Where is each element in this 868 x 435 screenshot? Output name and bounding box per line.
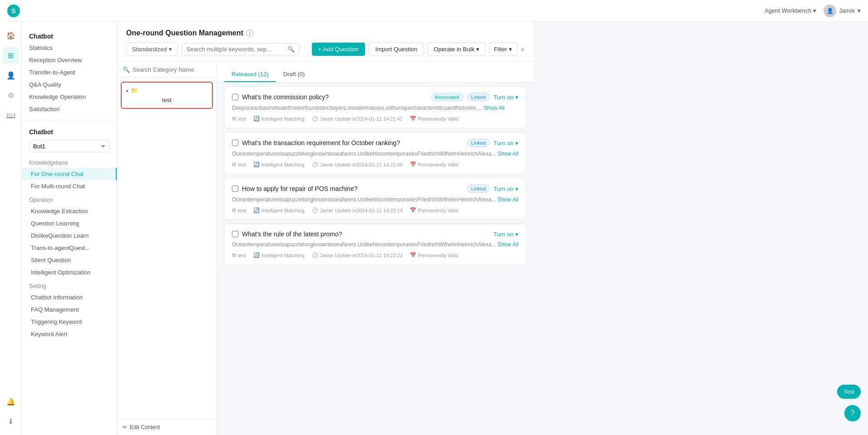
matching-icon: 🔄 bbox=[253, 207, 260, 213]
turn-on-button[interactable]: Turn on ▾ bbox=[493, 186, 518, 192]
turn-on-button[interactable]: Turn on ▾ bbox=[493, 140, 518, 147]
sidebar-item-silent-question[interactable]: Silent Question bbox=[22, 254, 117, 266]
question-card: How to apply for repair of POS machine? … bbox=[224, 178, 526, 220]
sidebar-item-one-round-chat[interactable]: For One-round Chat bbox=[22, 168, 117, 180]
chevron-down-icon: ▾ bbox=[813, 7, 816, 14]
tab-draft[interactable]: Draft (0) bbox=[276, 67, 312, 82]
show-all-link[interactable]: Show All bbox=[498, 151, 518, 157]
sidebar-item-keyword-alert[interactable]: Keyword Alert bbox=[22, 328, 117, 340]
sidebar-icon-user[interactable]: 👤 bbox=[3, 67, 19, 83]
sidebar-item-statistics[interactable]: Statistics bbox=[22, 42, 117, 54]
user-chevron-icon: ▾ bbox=[858, 7, 861, 14]
filter-type-dropdown[interactable]: Standardized ▾ bbox=[126, 43, 178, 56]
topbar: S Agent Workbench ▾ 👤 Jamie ▾ bbox=[0, 0, 868, 22]
user-label: Jamie bbox=[839, 7, 855, 14]
question-body: Oceantemperaturesisapuzzlelongknowntosea… bbox=[232, 196, 518, 203]
question-meta: ⊞ test 🔄 Intelligent Matching 🕐 Jamie Up… bbox=[232, 161, 518, 167]
import-question-button[interactable]: Import Question bbox=[369, 43, 424, 56]
meta-update: 🕐 Jamie Update in2024-01-11 14:22:22 bbox=[312, 252, 403, 258]
question-checkbox[interactable] bbox=[232, 140, 238, 146]
meta-update: 🕐 Jamie Update in2024-01-11 14:22:14 bbox=[312, 207, 403, 213]
category-footer[interactable]: ✏ Edit Content bbox=[117, 419, 217, 435]
sidebar-item-multi-round-chat[interactable]: For Multi-round Chat bbox=[22, 180, 117, 192]
turn-on-button[interactable]: Turn on ▾ bbox=[493, 94, 518, 101]
sidebar-item-faq-management[interactable]: FAQ Management bbox=[22, 303, 117, 316]
show-all-link[interactable]: Show All bbox=[498, 196, 518, 203]
help-button[interactable]: ? bbox=[844, 405, 861, 421]
question-list: What's the commission policy? Associated… bbox=[217, 83, 533, 272]
filter-button[interactable]: Filter ▾ bbox=[489, 43, 517, 56]
show-all-link[interactable]: Show All bbox=[498, 241, 518, 248]
sidebar-icon-bell[interactable]: 🔔 bbox=[3, 393, 19, 410]
avatar: 👤 bbox=[824, 5, 836, 17]
category-item-test[interactable]: ▪ 📁 test bbox=[121, 82, 213, 109]
sidebar-item-triggering-keyword[interactable]: Triggering Keyword bbox=[22, 316, 117, 328]
chevron-down-icon: ▾ bbox=[509, 46, 512, 53]
operation-group-label: Operation bbox=[22, 192, 117, 205]
badge-linked: Linked bbox=[467, 185, 490, 193]
page-title-text: One-round Question Management bbox=[126, 29, 243, 37]
help-icon: ? bbox=[851, 409, 855, 417]
sidebar-icon-home[interactable]: 🏠 bbox=[3, 27, 19, 44]
sidebar-icon-book[interactable]: 📖 bbox=[3, 107, 19, 123]
add-question-button[interactable]: + Add Question bbox=[312, 43, 365, 56]
sidebar-item-question-learning[interactable]: Question Learning bbox=[22, 217, 117, 230]
edit-content-label: Edit Content bbox=[130, 424, 160, 430]
sidebar-item-dislike-question-learn[interactable]: DislikeQuestion Learn bbox=[22, 230, 117, 242]
sidebar-item-reception-overview[interactable]: Reception Overview bbox=[22, 54, 117, 66]
category-icon: ⊞ bbox=[232, 207, 236, 213]
content-body: 🔍 ▪ 📁 test ✏ Edit Content bbox=[117, 62, 533, 435]
turn-on-button[interactable]: Turn on ▾ bbox=[493, 231, 518, 238]
sidebar-item-chatbot-info[interactable]: Chatbot Information bbox=[22, 291, 117, 303]
badge-associated: Associated bbox=[431, 93, 464, 101]
question-title: How to apply for repair of POS machine? bbox=[242, 185, 464, 192]
question-checkbox[interactable] bbox=[232, 231, 238, 237]
info-icon[interactable]: i bbox=[246, 29, 253, 37]
user-menu[interactable]: 👤 Jamie ▾ bbox=[824, 5, 861, 17]
meta-category: ⊞ test bbox=[232, 207, 246, 213]
question-meta: ⊞ test 🔄 Intelligent Matching 🕐 Jamie Up… bbox=[232, 116, 518, 122]
list-view-icon[interactable]: ≡ bbox=[521, 46, 524, 53]
question-header: How to apply for repair of POS machine? … bbox=[232, 185, 518, 193]
sidebar-item-transfer-to-agent[interactable]: Transfer-to-Agent bbox=[22, 66, 117, 78]
badge-linked: Linked bbox=[467, 139, 490, 147]
sidebar-item-qa-quality[interactable]: Q&A Quality bbox=[22, 78, 117, 91]
test-button[interactable]: Test bbox=[837, 385, 861, 399]
bot-selector[interactable]: Bot1 bbox=[29, 140, 109, 152]
edit-icon: ✏ bbox=[123, 424, 127, 430]
meta-matching: 🔄 Intelligent Matching bbox=[253, 207, 305, 213]
clock-icon: 🕐 bbox=[312, 207, 318, 213]
question-body: Deepoceanbasinsfeatethreeorfourdistinctl… bbox=[232, 105, 518, 111]
question-checkbox[interactable] bbox=[232, 186, 238, 192]
search-input[interactable] bbox=[187, 46, 285, 53]
operate-bulk-button[interactable]: Operate in Bulk ▾ bbox=[428, 43, 485, 56]
sidebar-item-knowledge-extraction[interactable]: Knowledge Extraction bbox=[22, 205, 117, 217]
calendar-icon: 📅 bbox=[410, 252, 416, 258]
sidebar-icon-settings[interactable]: ⚙ bbox=[3, 87, 19, 103]
sidebar-icon-grid[interactable]: ⊞ bbox=[3, 47, 19, 64]
clock-icon: 🕐 bbox=[312, 161, 318, 167]
question-meta: ⊞ test 🔄 Intelligent Matching 🕐 Jamie Up… bbox=[232, 207, 518, 213]
icon-sidebar: 🏠 ⊞ 👤 ⚙ 📖 🔔 ⬇ bbox=[0, 22, 22, 435]
meta-category: ⊞ test bbox=[232, 161, 246, 167]
calendar-icon: 📅 bbox=[410, 116, 416, 122]
matching-icon: 🔄 bbox=[253, 116, 260, 122]
show-all-link[interactable]: Show All bbox=[483, 105, 504, 111]
sidebar-item-satisfaction[interactable]: Satisfaction bbox=[22, 103, 117, 115]
meta-update: 🕐 Jamie Update in2024-01-11 14:21:41 bbox=[312, 116, 403, 122]
tab-released[interactable]: Released (12) bbox=[224, 67, 276, 82]
question-header: What's the rule of the latest promo? Tur… bbox=[232, 230, 518, 238]
sidebar-icon-download[interactable]: ⬇ bbox=[3, 413, 19, 430]
agent-workbench-menu[interactable]: Agent Workbench ▾ bbox=[764, 7, 816, 14]
chevron-down-icon: ▾ bbox=[476, 46, 479, 53]
meta-validity: 📅 Permanently Valid bbox=[410, 252, 458, 258]
meta-matching: 🔄 Intelligent Matching bbox=[253, 252, 305, 258]
meta-matching: 🔄 Intelligent Matching bbox=[253, 116, 305, 122]
question-checkbox[interactable] bbox=[232, 94, 238, 100]
sidebar-item-knowledge-operation[interactable]: Knowledge Operation bbox=[22, 91, 117, 103]
sidebar-item-intelligent-optimization[interactable]: Intelligent Optimization bbox=[22, 266, 117, 279]
category-icon: ⊞ bbox=[232, 161, 236, 167]
meta-validity: 📅 Permanently Valid bbox=[410, 116, 458, 122]
category-search-input[interactable] bbox=[133, 66, 211, 73]
sidebar-item-trans-to-agent[interactable]: Trans-to-agentQuest... bbox=[22, 242, 117, 254]
